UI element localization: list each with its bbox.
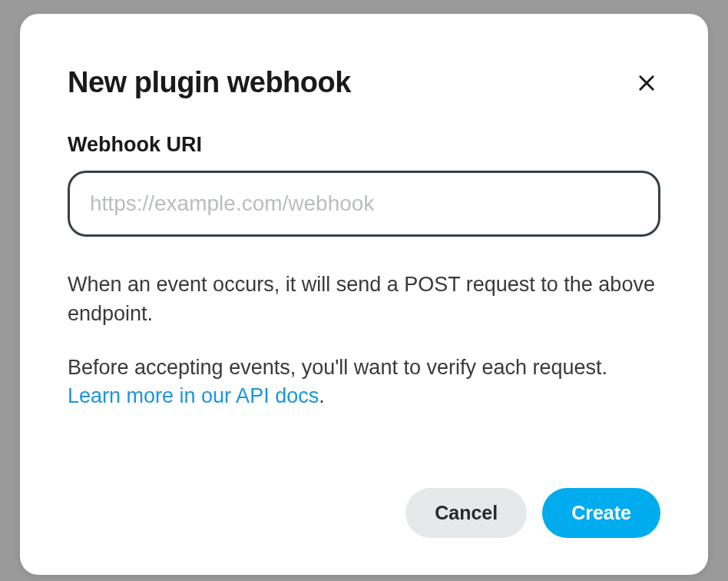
cancel-button[interactable]: Cancel [405,488,527,538]
webhook-uri-label: Webhook URI [68,133,660,157]
close-button[interactable] [633,69,660,97]
help-paragraph-2: Before accepting events, you'll want to … [68,354,660,412]
help-text: When an event occurs, it will send a POS… [68,271,660,411]
button-row: Cancel Create [68,488,660,538]
webhook-uri-input[interactable] [68,171,660,237]
modal-header: New plugin webhook [68,66,660,99]
modal-title: New plugin webhook [68,66,351,99]
help-paragraph-2-suffix: . [319,384,325,407]
new-webhook-modal: New plugin webhook Webhook URI When an e… [20,14,708,575]
close-icon [636,72,657,94]
help-paragraph-2-prefix: Before accepting events, you'll want to … [68,356,607,379]
api-docs-link[interactable]: Learn more in our API docs [68,384,319,407]
create-button[interactable]: Create [542,488,660,538]
help-paragraph-1: When an event occurs, it will send a POS… [68,271,660,329]
